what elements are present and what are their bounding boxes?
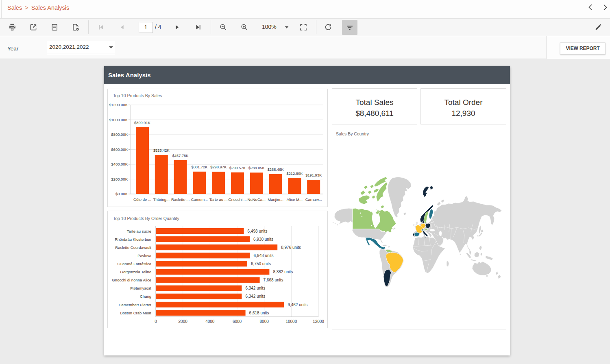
svg-text:6000: 6000 [233, 319, 242, 324]
svg-text:Fløtemysost: Fløtemysost [130, 286, 151, 290]
svg-text:$288.05K: $288.05K [248, 166, 265, 170]
svg-text:$400.00K: $400.00K [111, 162, 128, 166]
svg-text:6,342 units: 6,342 units [245, 294, 265, 299]
svg-text:$899.91K: $899.91K [134, 121, 151, 125]
svg-text:Boston Crab Meat: Boston Crab Meat [120, 311, 151, 315]
svg-text:0: 0 [155, 319, 157, 324]
svg-text:$1000.00K: $1000.00K [109, 118, 128, 122]
svg-text:Tarte au ...: Tarte au ... [209, 197, 228, 202]
svg-text:$1200.00K: $1200.00K [109, 102, 128, 107]
svg-text:Thüring...: Thüring... [153, 197, 170, 202]
svg-text:Guaraná Fantástica: Guaraná Fantástica [118, 262, 152, 266]
svg-text:Gnocchi di nonna Alice: Gnocchi di nonna Alice [112, 278, 151, 282]
svg-text:NuNuCa...: NuNuCa... [248, 197, 266, 202]
svg-text:12000: 12000 [313, 319, 324, 324]
svg-text:Alice M...: Alice M... [287, 197, 303, 202]
svg-text:6,618 units: 6,618 units [249, 311, 269, 315]
svg-text:$600.00K: $600.00K [111, 147, 128, 152]
svg-text:6,930 units: 6,930 units [253, 237, 273, 242]
svg-text:Chang: Chang [140, 294, 151, 299]
svg-text:Camembert Pierrot: Camembert Pierrot [119, 303, 152, 307]
svg-text:Gnocchi ...: Gnocchi ... [228, 197, 246, 202]
svg-text:8000: 8000 [260, 319, 269, 324]
svg-text:7,668 units: 7,668 units [264, 278, 283, 282]
svg-text:Manjim...: Manjim... [268, 197, 283, 202]
svg-text:Gorgonzola Telino: Gorgonzola Telino [120, 270, 151, 274]
svg-text:Côte de ...: Côte de ... [133, 197, 151, 202]
svg-text:$298.97K: $298.97K [210, 165, 227, 169]
svg-text:4000: 4000 [205, 319, 215, 324]
svg-text:$268.46K: $268.46K [268, 168, 284, 172]
svg-text:Raclette ...: Raclette ... [171, 197, 190, 202]
svg-text:Raclette Courdavault: Raclette Courdavault [115, 245, 151, 250]
svg-text:8,976 units: 8,976 units [281, 245, 301, 250]
svg-text:$200.00K: $200.00K [111, 177, 128, 181]
svg-text:6,948 units: 6,948 units [254, 253, 274, 258]
svg-text:$526.42K: $526.42K [153, 148, 170, 153]
svg-text:$301.72K: $301.72K [191, 165, 208, 169]
svg-text:$290.57K: $290.57K [229, 166, 246, 170]
svg-text:6,498 units: 6,498 units [248, 229, 268, 233]
svg-text:Rhönbräu Klosterbier: Rhönbräu Klosterbier [115, 237, 151, 242]
svg-text:$212.89K: $212.89K [286, 172, 303, 176]
svg-text:Pavlova: Pavlova [137, 253, 152, 258]
svg-text:10000: 10000 [285, 319, 297, 324]
svg-text:$0.00K: $0.00K [115, 192, 128, 196]
svg-text:$191.93K: $191.93K [305, 173, 322, 177]
svg-text:8,382 units: 8,382 units [273, 270, 293, 274]
svg-text:Camem...: Camem... [191, 197, 208, 202]
svg-text:6,750 units: 6,750 units [251, 262, 271, 266]
svg-text:$457.78K: $457.78K [172, 154, 189, 158]
svg-text:Carnarv...: Carnarv... [305, 197, 322, 202]
svg-text:$800.00K: $800.00K [111, 132, 128, 137]
svg-text:6,342 units: 6,342 units [245, 286, 265, 290]
svg-text:Tarte au sucre: Tarte au sucre [127, 229, 151, 233]
svg-text:2000: 2000 [179, 319, 188, 324]
svg-text:9,462 units: 9,462 units [288, 303, 307, 307]
